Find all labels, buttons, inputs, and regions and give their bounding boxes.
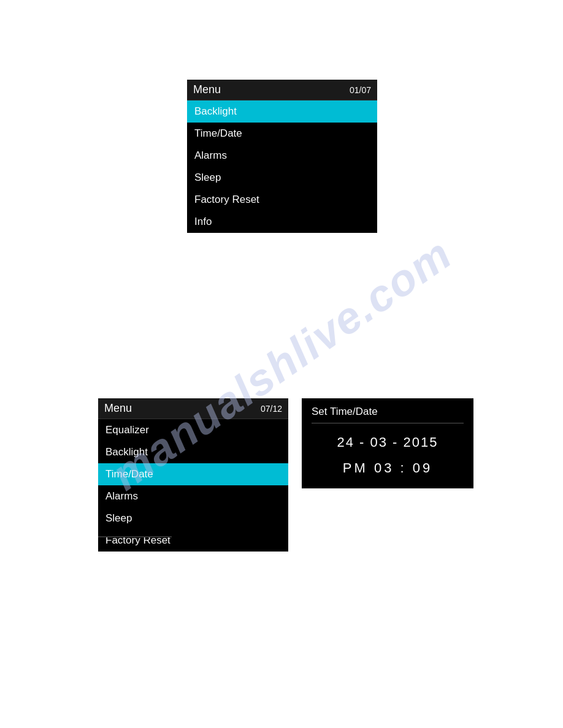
bottom-menu-item-backlight[interactable]: Backlight — [98, 441, 288, 463]
bottom-menu-panel: Menu 07/12 Equalizer Backlight Time/Date… — [98, 398, 288, 552]
time-panel-header: Set Time/Date — [312, 406, 464, 423]
top-menu-item-info[interactable]: Info — [187, 211, 377, 233]
time-date-panel: Set Time/Date 24 - 03 - 2015 PM 03 : 09 — [302, 398, 473, 488]
top-menu-page: 01/07 — [350, 85, 371, 95]
top-menu-title: Menu — [193, 83, 221, 96]
bottom-menu-item-equalizer[interactable]: Equalizer — [98, 419, 288, 441]
bottom-menu-header: Menu 07/12 — [98, 398, 288, 419]
top-menu-item-backlight[interactable]: Backlight — [187, 100, 377, 123]
bottom-menu-item-timedate[interactable]: Time/Date — [98, 463, 288, 485]
bottom-menu-page: 07/12 — [261, 404, 282, 414]
top-menu-panel: Menu 01/07 Backlight Time/Date Alarms Sl… — [187, 80, 377, 233]
bottom-menu-item-factoryreset[interactable]: Factory Reset — [98, 529, 288, 552]
top-menu-item-alarms[interactable]: Alarms — [187, 145, 377, 167]
top-menu-item-sleep[interactable]: Sleep — [187, 167, 377, 189]
bottom-menu-item-sleep[interactable]: Sleep — [98, 507, 288, 529]
time-panel-date: 24 - 03 - 2015 — [312, 434, 464, 450]
bottom-menu-title: Menu — [104, 402, 132, 415]
top-menu-item-factoryreset[interactable]: Factory Reset — [187, 189, 377, 211]
divider-line — [98, 536, 172, 537]
top-menu-item-timedate[interactable]: Time/Date — [187, 123, 377, 145]
bottom-menu-item-alarms[interactable]: Alarms — [98, 485, 288, 507]
top-menu-header: Menu 01/07 — [187, 80, 377, 100]
time-panel-time: PM 03 : 09 — [312, 460, 464, 476]
